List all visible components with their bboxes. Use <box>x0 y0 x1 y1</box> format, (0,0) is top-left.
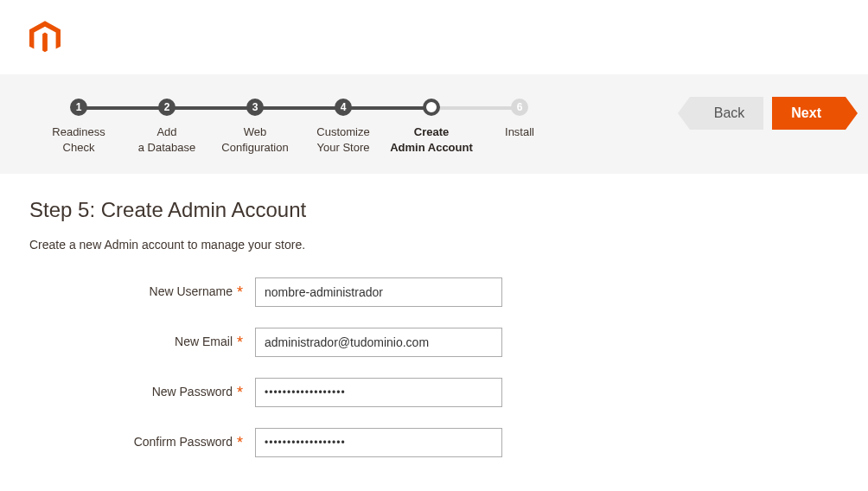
confirm-input[interactable] <box>255 428 502 457</box>
confirm-label: Confirm Password* <box>29 434 250 452</box>
main-content: Step 5: Create Admin Account Create a ne… <box>0 174 868 457</box>
wizard-bar: 1ReadinessCheck2Adda Database3WebConfigu… <box>0 74 868 174</box>
email-label: New Email* <box>29 334 250 352</box>
step-node: 1 <box>70 99 87 116</box>
next-button[interactable]: Next <box>772 97 846 130</box>
step-node: 5 <box>423 99 440 116</box>
step-label: CustomizeYour Store <box>316 124 369 155</box>
email-input[interactable] <box>255 328 502 357</box>
username-input[interactable] <box>255 277 502 307</box>
step-node: 2 <box>158 99 176 116</box>
step-label: ReadinessCheck <box>52 124 105 155</box>
step-node: 3 <box>246 99 264 116</box>
steps: 1ReadinessCheck2Adda Database3WebConfigu… <box>17 95 564 155</box>
magento-icon <box>29 21 61 55</box>
magento-logo <box>0 0 868 74</box>
step-label: CreateAdmin Account <box>390 124 473 155</box>
password-row: New Password* <box>29 378 839 407</box>
step-1: 1ReadinessCheck <box>35 99 123 155</box>
step-6: 6Install <box>475 99 564 140</box>
nav-buttons: Back Next <box>690 95 851 130</box>
username-label: New Username* <box>29 284 250 302</box>
step-label: Install <box>505 124 534 140</box>
back-button[interactable]: Back <box>690 97 764 130</box>
email-row: New Email* <box>29 328 839 357</box>
username-row: New Username* <box>29 277 839 307</box>
page-title: Step 5: Create Admin Account <box>29 198 839 222</box>
step-label: Adda Database <box>138 124 196 155</box>
confirm-row: Confirm Password* <box>29 428 839 457</box>
step-node: 6 <box>511 99 528 116</box>
password-input[interactable] <box>255 378 502 407</box>
step-label: WebConfiguration <box>221 124 288 155</box>
page-subtitle: Create a new Admin account to manage you… <box>29 238 839 252</box>
step-node: 4 <box>335 99 352 116</box>
password-label: New Password* <box>29 384 250 402</box>
